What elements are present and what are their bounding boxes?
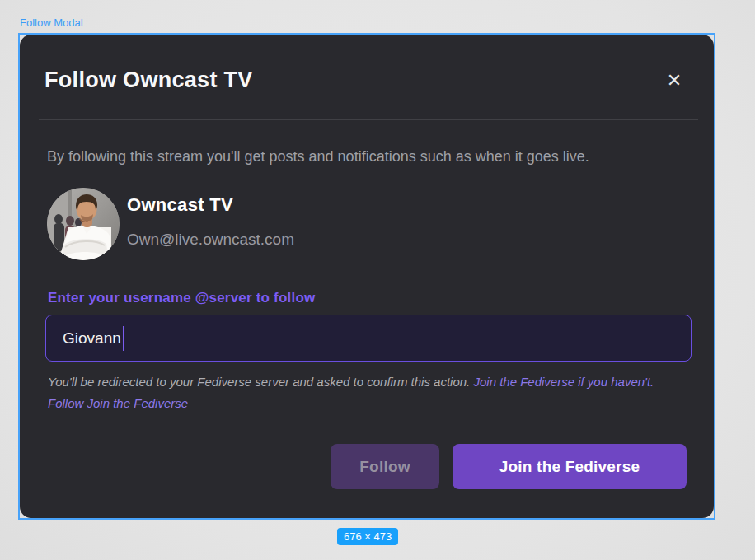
modal-description: By following this stream you'll get post… [47,148,690,166]
follow-modal: Follow Owncast TV ✕ By following this st… [20,35,714,518]
figma-canvas: Follow Modal Follow Owncast TV ✕ By foll… [0,0,755,560]
divider [39,119,698,120]
helper-text-plain: You'll be redirected to your Fediverse s… [48,375,473,389]
join-fediverse-button[interactable]: Join the Fediverse [453,444,687,489]
avatar [47,188,120,260]
join-fediverse-link[interactable]: Join the Fediverse if you haven't. [473,375,654,389]
modal-title: Follow Owncast TV [45,68,253,93]
username-input-value: Giovann [63,329,121,348]
text-caret [123,326,124,351]
close-button[interactable]: ✕ [661,68,687,94]
figma-selection-outline: Follow Owncast TV ✕ By following this st… [18,33,715,520]
username-input[interactable]: Giovann [45,315,692,362]
close-icon: ✕ [667,70,682,91]
avatar-image [47,188,120,260]
dimensions-badge: 676 × 473 [337,528,398,545]
account-address: Own@live.owncast.com [127,231,294,249]
username-input-label: Enter your username @server to follow [48,290,315,306]
follow-join-links[interactable]: Follow Join the Fediverse [48,396,188,410]
follow-button[interactable]: Follow [331,444,439,489]
helper-text: You'll be redirected to your Fediverse s… [48,375,691,389]
modal-footer: Follow Join the Fediverse [331,444,687,489]
account-name: Owncast TV [127,194,233,216]
frame-label[interactable]: Follow Modal [20,16,83,29]
